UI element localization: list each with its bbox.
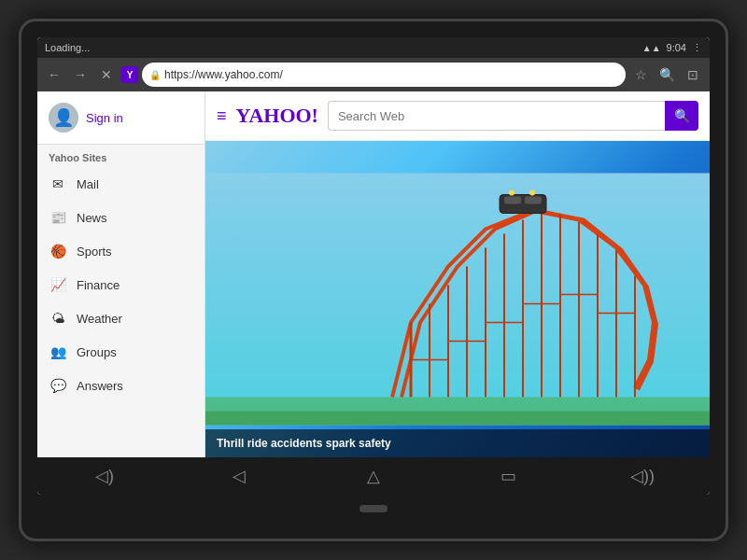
answers-label: Answers: [77, 379, 123, 393]
search-container: 🔍: [328, 101, 698, 131]
android-volume-down-button[interactable]: ◁): [86, 457, 123, 495]
browser-actions: ☆ 🔍 ⊡: [629, 63, 704, 86]
sidebar-item-finance[interactable]: 📈 Finance: [37, 268, 204, 301]
svg-rect-26: [205, 412, 710, 426]
mail-label: Mail: [77, 177, 99, 191]
browser-search-button[interactable]: 🔍: [655, 63, 678, 86]
mail-icon: ✉: [49, 175, 67, 193]
svg-rect-22: [525, 197, 542, 204]
yahoo-logo: YAHOO!: [236, 104, 318, 128]
finance-label: Finance: [77, 278, 120, 292]
search-button[interactable]: 🔍: [665, 101, 698, 131]
star-button[interactable]: ☆: [629, 63, 652, 86]
tablet-screen: Loading... ▲▲ 9:04 ⋮ ← → ✕ Y 🔒 htt: [37, 37, 710, 495]
news-icon: 📰: [49, 208, 67, 227]
finance-icon: 📈: [49, 275, 67, 294]
menu-dots-icon: ⋮: [692, 42, 702, 54]
android-home-button[interactable]: △: [355, 457, 392, 495]
android-back-button[interactable]: ◁: [220, 457, 258, 495]
search-input[interactable]: [328, 101, 665, 131]
weather-icon: 🌤: [49, 309, 67, 328]
yahoo-favicon: Y: [121, 66, 138, 83]
svg-point-23: [509, 190, 514, 196]
status-bar: Loading... ▲▲ 9:04 ⋮: [37, 37, 710, 58]
sidebar: 👤 Sign in Yahoo Sites ✉ Mail 📰 News 🏀 Sp…: [37, 91, 205, 457]
roller-coaster-image: [205, 141, 710, 457]
close-button[interactable]: ✕: [95, 63, 118, 86]
sidebar-item-groups[interactable]: 👥 Groups: [37, 335, 204, 369]
status-right: ▲▲ 9:04 ⋮: [642, 42, 702, 54]
bookmark-button[interactable]: ⊡: [682, 63, 704, 86]
hero-caption: Thrill ride accidents spark safety: [205, 429, 710, 457]
sidebar-item-mail[interactable]: ✉ Mail: [37, 167, 204, 201]
loading-indicator: Loading...: [45, 42, 90, 53]
svg-rect-21: [504, 197, 521, 204]
sign-in-button[interactable]: Sign in: [86, 111, 123, 125]
main-content: 👤 Sign in Yahoo Sites ✉ Mail 📰 News 🏀 Sp…: [37, 91, 710, 457]
search-btn-icon: 🔍: [674, 108, 690, 123]
sign-in-area[interactable]: 👤 Sign in: [37, 91, 204, 145]
android-recent-button[interactable]: ▭: [489, 457, 527, 495]
groups-icon: 👥: [49, 343, 67, 361]
tablet-device: Loading... ▲▲ 9:04 ⋮ ← → ✕ Y 🔒 htt: [19, 19, 728, 541]
address-bar[interactable]: 🔒 https://www.yahoo.com/: [142, 63, 626, 87]
forward-button[interactable]: →: [69, 63, 92, 86]
android-nav-bar: ◁) ◁ △ ▭ ◁)): [37, 457, 710, 495]
groups-label: Groups: [77, 345, 117, 359]
svg-point-24: [529, 190, 535, 196]
weather-label: Weather: [77, 312, 122, 326]
sidebar-item-weather[interactable]: 🌤 Weather: [37, 301, 204, 335]
url-text: https://www.yahoo.com/: [164, 68, 283, 81]
sports-label: Sports: [77, 245, 112, 259]
yahoo-sites-label: Yahoo Sites: [37, 145, 204, 167]
hero-area: Thrill ride accidents spark safety: [205, 141, 710, 457]
power-button[interactable]: [359, 505, 388, 512]
wifi-icon: ▲▲: [642, 43, 661, 53]
answers-icon: 💬: [49, 376, 67, 395]
browser-chrome: ← → ✕ Y 🔒 https://www.yahoo.com/ ☆ 🔍 ⊡: [37, 58, 710, 91]
clock: 9:04: [667, 42, 686, 53]
hero-background: [205, 141, 710, 457]
sidebar-item-sports[interactable]: 🏀 Sports: [37, 234, 204, 268]
android-volume-up-button[interactable]: ◁)): [624, 457, 661, 495]
avatar-icon: 👤: [49, 103, 78, 133]
sidebar-item-answers[interactable]: 💬 Answers: [37, 369, 204, 402]
back-button[interactable]: ←: [43, 63, 65, 86]
sports-icon: 🏀: [49, 242, 67, 260]
yahoo-header: ≡ YAHOO! 🔍: [205, 91, 710, 141]
news-label: News: [77, 211, 107, 225]
sidebar-item-news[interactable]: 📰 News: [37, 201, 204, 234]
tablet-bottom: [359, 495, 388, 523]
hamburger-icon[interactable]: ≡: [217, 106, 227, 126]
yahoo-main: ≡ YAHOO! 🔍: [205, 91, 710, 457]
lock-icon: 🔒: [149, 70, 161, 80]
